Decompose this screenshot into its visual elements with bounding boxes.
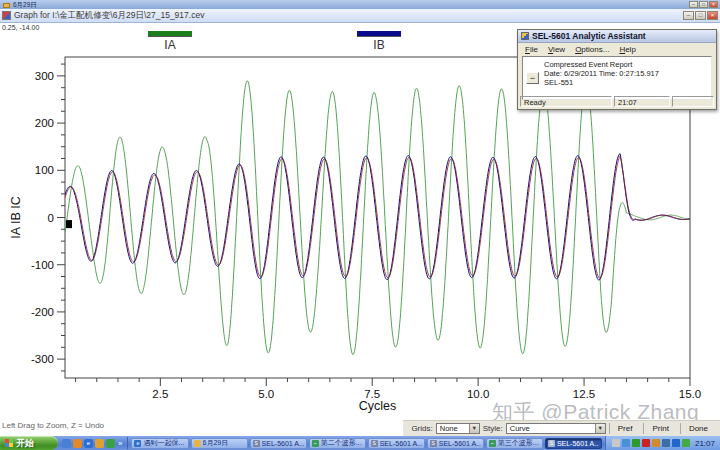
tray-app-1-icon[interactable]	[612, 439, 620, 447]
taskbar-button-sel[interactable]: SSEL-5601 A...	[250, 438, 307, 449]
zoom-hint-text: Left Drag to Zoom, Z = Undo	[2, 421, 104, 430]
minimize-icon[interactable]: –	[683, 11, 694, 20]
graph-window-title: Graph for I:\金工配机修变\6月29日\27_15_917.cev	[14, 10, 204, 22]
event-line-datetime: Date: 6/29/2011 Time: 0:27:15.917	[544, 69, 659, 78]
assistant-statusbar: Ready 21:07	[520, 96, 714, 107]
y-tick-label: -200	[31, 306, 54, 318]
media-player-icon[interactable]	[73, 439, 82, 448]
sel-icon: S	[430, 440, 437, 447]
waveform-ic	[65, 156, 690, 278]
maximize-icon[interactable]: □	[695, 11, 706, 20]
wave-icon: ~	[489, 440, 496, 447]
taskbar-button-label: SEL-5601 A...	[380, 440, 422, 447]
assistant-window[interactable]: SEL-5601 Analytic Assistant FileViewOpti…	[517, 29, 717, 110]
style-dropdown[interactable]: Curve ▼	[506, 423, 606, 434]
taskbar-button-label: SEL-5601 A...	[557, 440, 599, 447]
taskbar-button-label: SEL-5601 A...	[262, 440, 304, 447]
menu-item-file[interactable]: File	[521, 45, 542, 54]
taskbar-clock: 21:07	[695, 439, 715, 448]
graph-app-icon	[2, 11, 11, 20]
graph-bottom-bar: Left Drag to Zoom, Z = Undo Grids: None …	[0, 420, 720, 436]
maximize-icon[interactable]: □	[699, 1, 708, 8]
assistant-status-spare	[672, 96, 714, 107]
y-axis-label: IA IB IC	[9, 196, 23, 238]
chevron-down-icon[interactable]: ▼	[469, 424, 479, 433]
tray-app-2-icon[interactable]	[622, 439, 630, 447]
legend-item-ib: IB	[356, 29, 402, 52]
start-button[interactable]: 开始	[0, 436, 58, 450]
taskbar-button-label: 第三个波形...	[498, 438, 539, 448]
y-tick-label: -100	[31, 259, 54, 271]
tray-app-5-icon[interactable]	[652, 439, 660, 447]
y-tick-label: 300	[35, 70, 54, 82]
globe-icon[interactable]	[106, 439, 115, 448]
style-value: Curve	[507, 424, 595, 433]
assistant-menubar: FileViewOptions...Help	[518, 43, 716, 55]
legend-color-bar-ia	[148, 31, 192, 37]
taskbar-button-label: 6月29日	[203, 438, 229, 448]
ie-icon: e	[134, 440, 141, 447]
grids-value: None	[437, 424, 469, 433]
legend-item-ia: IA	[147, 29, 193, 52]
chevron-down-icon[interactable]: ▼	[595, 424, 605, 433]
wave-icon: ~	[312, 440, 319, 447]
y-tick-label: 0	[48, 212, 54, 224]
event-line-relay: SEL-551	[544, 78, 659, 87]
menu-item-view[interactable]: View	[544, 45, 569, 54]
legend-color-bar-ib	[357, 31, 401, 37]
folder-icon[interactable]	[95, 439, 104, 448]
x-tick-label: 10.0	[467, 388, 489, 400]
done-button[interactable]: Done	[680, 423, 716, 434]
quick-launch-overflow-icon[interactable]: »	[117, 439, 123, 448]
folder-icon	[194, 440, 201, 447]
taskbar-button-label: SEL-5601 A...	[439, 440, 481, 447]
collapse-button[interactable]: −	[526, 72, 539, 84]
tray-app-3-icon[interactable]	[632, 439, 640, 447]
taskbar-button-label: 遇到一起保...	[143, 438, 184, 448]
tray-app-6-icon[interactable]	[662, 439, 670, 447]
taskbar-button-sel[interactable]: SSEL-5601 A...	[545, 438, 602, 449]
print-button[interactable]: Print	[643, 423, 676, 434]
x-tick-label: 5.0	[258, 388, 274, 400]
style-label: Style:	[483, 424, 503, 433]
quick-launch-bar: e»	[58, 437, 128, 449]
x-tick-label: 2.5	[152, 388, 168, 400]
taskbar-button-folder[interactable]: 6月29日	[191, 438, 248, 449]
taskbar-button-sel[interactable]: SSEL-5601 A...	[368, 438, 425, 449]
taskbar-button-wave[interactable]: ~第三个波形...	[486, 438, 543, 449]
sel-icon: S	[371, 440, 378, 447]
x-axis-label: Cycles	[359, 399, 397, 413]
messenger-icon[interactable]	[62, 439, 71, 448]
close-icon[interactable]: ×	[707, 11, 718, 20]
waveforms-group	[65, 81, 690, 355]
tray-app-8-icon[interactable]	[682, 439, 690, 447]
taskbar-button-ie[interactable]: e遇到一起保...	[131, 438, 188, 449]
tray-app-7-icon[interactable]	[672, 439, 680, 447]
cursor-marker	[66, 220, 72, 228]
folder-window-title: 6月29日	[13, 1, 37, 9]
grids-dropdown[interactable]: None ▼	[436, 423, 480, 434]
graph-window-titlebar[interactable]: Graph for I:\金工配机修变\6月29日\27_15_917.cev …	[0, 9, 720, 23]
taskbar-buttons: e遇到一起保...6月29日SSEL-5601 A...~第二个波形...SSE…	[128, 438, 605, 449]
tray-app-4-icon[interactable]	[642, 439, 650, 447]
taskbar: 开始 e» e遇到一起保...6月29日SSEL-5601 A...~第二个波形…	[0, 436, 720, 450]
windows-logo-icon	[5, 439, 13, 447]
close-icon[interactable]: ×	[709, 1, 718, 8]
legend-label-ia: IA	[147, 38, 193, 52]
menu-item-help[interactable]: Help	[615, 45, 639, 54]
internet-explorer-icon[interactable]: e	[84, 439, 93, 448]
assistant-event-list[interactable]: − Compressed Event Report Date: 6/29/201…	[522, 56, 712, 100]
assistant-status-time: 21:07	[614, 96, 670, 107]
taskbar-button-wave[interactable]: ~第二个波形...	[309, 438, 366, 449]
taskbar-button-sel[interactable]: SSEL-5601 A...	[427, 438, 484, 449]
y-tick-label: 100	[35, 164, 54, 176]
pref-button[interactable]: Pref	[609, 423, 641, 434]
cursor-coordinate-readout: 0.25, -14.00	[2, 24, 39, 31]
minimize-icon[interactable]: –	[689, 1, 698, 8]
menu-item-options[interactable]: Options...	[571, 45, 613, 54]
assistant-app-icon	[521, 32, 529, 40]
taskbar-button-label: 第二个波形...	[321, 438, 362, 448]
assistant-titlebar[interactable]: SEL-5601 Analytic Assistant	[518, 30, 716, 43]
event-line-title: Compressed Event Report	[544, 60, 659, 69]
folder-window-titlebar[interactable]: 6月29日 – □ ×	[0, 0, 720, 9]
